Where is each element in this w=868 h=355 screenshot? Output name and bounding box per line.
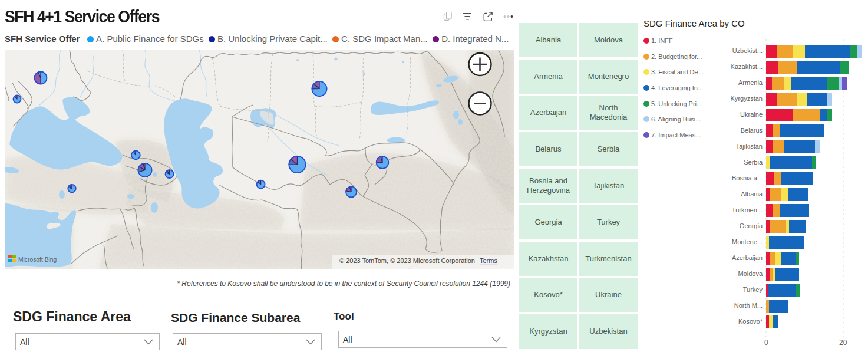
svg-text:© 2023 TomTom, © 2023 Microsof: © 2023 TomTom, © 2023 Microsoft Corporat… — [339, 257, 475, 264]
svg-text:Microsoft Bing: Microsoft Bing — [18, 257, 57, 263]
svg-text:Terms: Terms — [480, 257, 497, 264]
